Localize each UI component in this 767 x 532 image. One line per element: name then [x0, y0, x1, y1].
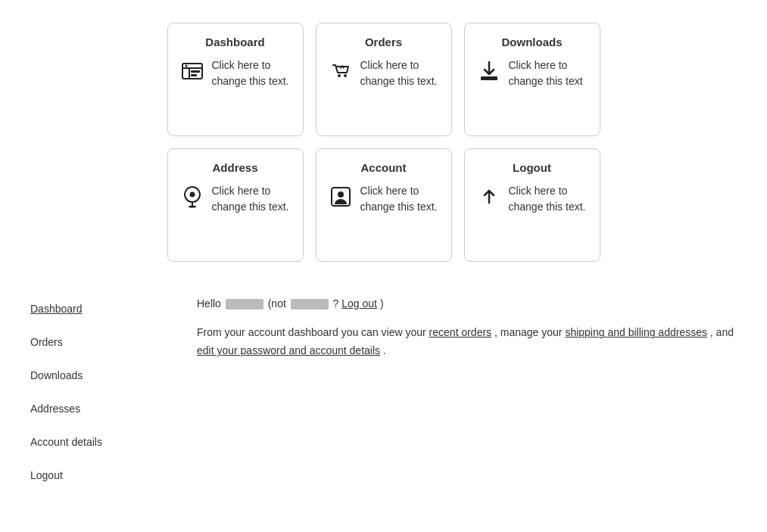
card-body-downloads: Click here to change this text — [477, 58, 588, 89]
main-content: Hello (not ? Log out ) From your account… — [197, 292, 737, 492]
dashboard-icon — [180, 59, 204, 89]
card-account[interactable]: Account Click here to change this text. — [316, 148, 452, 262]
logout-close: ) — [380, 297, 384, 310]
card-body-dashboard: Click here to change this text. — [180, 58, 291, 89]
hello-middle: (not — [268, 297, 286, 310]
desc-mid2: , and — [710, 326, 734, 338]
sidebar-item-dashboard[interactable]: Dashboard — [30, 292, 151, 325]
svg-rect-4 — [191, 70, 200, 73]
address-icon — [180, 185, 204, 214]
card-downloads[interactable]: Downloads Click here to change this text — [464, 23, 600, 136]
page-wrapper: Dashboard Click here to change this text… — [0, 0, 767, 507]
card-title-address: Address — [180, 161, 291, 174]
card-title-account: Account — [329, 161, 439, 174]
logout-icon — [477, 185, 501, 214]
sidebar-item-account-details[interactable]: Account details — [30, 425, 151, 459]
card-logout[interactable]: Logout Click here to change this text. — [464, 148, 600, 262]
desc-end: . — [383, 344, 386, 356]
hello-suffix: ? — [333, 297, 342, 310]
card-text-account: Click here to change this text. — [360, 183, 439, 215]
card-address[interactable]: Address Click here to change this text. — [167, 148, 304, 262]
card-text-dashboard: Click here to change this text. — [212, 58, 291, 89]
card-text-logout: Click here to change this text. — [509, 183, 588, 215]
downloads-icon — [477, 59, 501, 89]
card-body-account: Click here to change this text. — [329, 183, 439, 215]
svg-point-10 — [189, 192, 195, 198]
sidebar-item-orders[interactable]: Orders — [30, 325, 151, 359]
sidebar-item-downloads[interactable]: Downloads — [30, 359, 151, 392]
hello-prefix: Hello — [197, 297, 221, 310]
account-icon — [329, 185, 353, 214]
account-link[interactable]: edit your password and account details — [197, 344, 380, 356]
card-body-address: Click here to change this text. — [180, 183, 291, 215]
card-body-orders: Click here to change this text. — [329, 58, 439, 89]
card-body-logout: Click here to change this text. — [477, 183, 588, 215]
logout-link[interactable]: Log out — [341, 297, 377, 310]
card-title-dashboard: Dashboard — [180, 36, 291, 48]
cards-grid: Dashboard Click here to change this text… — [30, 23, 737, 262]
card-text-orders: Click here to change this text. — [360, 58, 439, 89]
username-redacted — [226, 299, 263, 310]
desc-mid: , manage your — [494, 326, 565, 338]
hello-line: Hello (not ? Log out ) — [197, 295, 737, 312]
svg-rect-8 — [481, 76, 497, 80]
addresses-link[interactable]: shipping and billing addresses — [565, 326, 707, 338]
sidebar-nav: DashboardOrdersDownloadsAddressesAccount… — [30, 292, 151, 492]
card-title-downloads: Downloads — [477, 36, 588, 48]
card-orders[interactable]: Orders Click here to change this text. — [316, 23, 452, 136]
card-dashboard[interactable]: Dashboard Click here to change this text… — [167, 23, 304, 136]
svg-point-3 — [185, 65, 187, 67]
sidebar-item-logout[interactable]: Logout — [30, 459, 151, 492]
svg-point-7 — [344, 74, 347, 77]
desc-start: From your account dashboard you can view… — [197, 326, 429, 338]
recent-orders-link[interactable]: recent orders — [429, 326, 491, 338]
card-title-orders: Orders — [329, 36, 439, 48]
card-text-address: Click here to change this text. — [212, 183, 291, 215]
sidebar-item-addresses[interactable]: Addresses — [30, 392, 151, 425]
svg-point-14 — [338, 191, 344, 198]
svg-point-6 — [338, 74, 341, 77]
card-text-downloads: Click here to change this text — [509, 58, 588, 89]
bottom-section: DashboardOrdersDownloadsAddressesAccount… — [30, 292, 737, 492]
username2-redacted — [291, 299, 329, 310]
svg-point-12 — [189, 206, 196, 208]
svg-rect-5 — [191, 74, 197, 76]
card-title-logout: Logout — [477, 161, 588, 174]
orders-icon — [329, 59, 353, 89]
description-line: From your account dashboard you can view… — [197, 324, 737, 360]
